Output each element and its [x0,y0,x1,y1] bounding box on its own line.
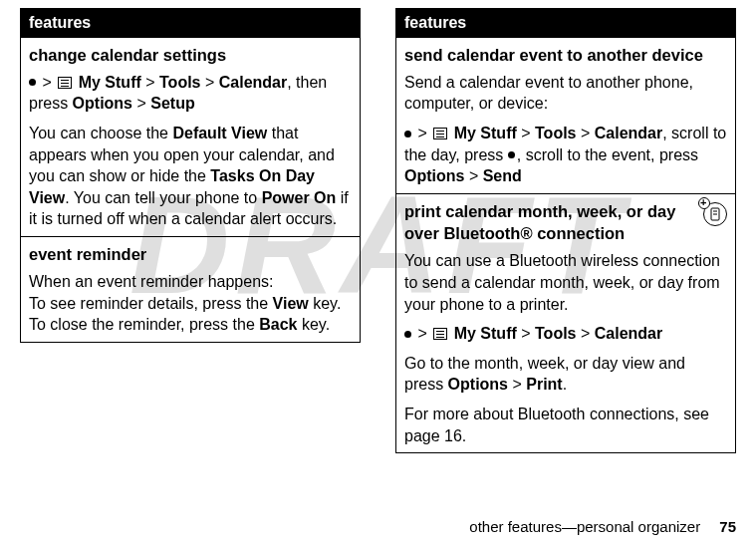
path-mystuff: My Stuff [454,125,517,141]
view-key: View [273,295,309,312]
right-table: features send calendar event to another … [395,8,736,453]
footer-text: other features—personal organizer [469,518,700,535]
options-label: Options [448,376,508,393]
path-options: Options [404,167,464,184]
path-tools: Tools [159,74,200,91]
default-view-label: Default View [172,125,267,141]
section-title: print calendar month, week, or day over … [404,200,727,245]
nav-path: > My Stuff > Tools > Calendar, then pres… [29,72,352,115]
table-row: event reminder When an event reminder ha… [21,237,361,343]
bluetooth-badge-icon [703,202,727,226]
intro: Send a calendar event to another phone, … [404,72,727,115]
intro: You can use a Bluetooth wireless connect… [404,250,727,315]
path-calendar: Calendar [595,125,662,141]
path-tools: Tools [535,125,576,141]
section-title: send calendar event to another device [404,44,727,66]
section-title: change calendar settings [29,44,352,66]
event-reminder-cell: event reminder When an event reminder ha… [21,237,361,343]
table-row: send calendar event to another device Se… [396,37,736,193]
right-column: features send calendar event to another … [395,8,736,453]
t: key. [297,316,330,333]
content-columns: features change calendar settings > My S… [0,0,756,453]
description: You can choose the Default View that app… [29,123,352,230]
nav-path: > My Stuff > Tools > Calendar, scroll to… [404,123,727,187]
nav-path: > My Stuff > Tools > Calendar [404,323,727,345]
left-column: features change calendar settings > My S… [20,8,361,453]
change-calendar-cell: change calendar settings > My Stuff > To… [21,37,361,236]
table-header-row: features [396,9,736,38]
path-send: Send [483,167,522,184]
t: , scroll to the event, press [517,146,698,163]
back-key: Back [259,316,297,333]
table-header: features [396,9,736,38]
table-row: print calendar month, week, or day over … [396,193,736,452]
reminder-line3: To close the reminder, press the Back ke… [29,314,352,336]
menu-icon [433,328,447,340]
left-table: features change calendar settings > My S… [20,8,361,343]
t: To close the reminder, press the [29,316,259,333]
center-key-icon [508,151,515,158]
menu-icon [433,128,447,139]
poweron-label: Power On [262,189,337,206]
t: key. [309,295,342,312]
center-key-icon [404,331,411,338]
t: You can choose the [29,125,172,141]
path-tools: Tools [535,325,576,342]
table-row: change calendar settings > My Stuff > To… [21,37,361,236]
path-calendar: Calendar [595,325,662,342]
path-mystuff: My Stuff [454,325,517,342]
table-header-row: features [21,9,361,38]
t: To see reminder details, press the [29,295,273,312]
more-info: For more about Bluetooth connections, se… [404,404,727,446]
center-key-icon [29,79,36,86]
center-key-icon [404,131,411,137]
table-header: features [21,9,361,38]
print-label: Print [526,376,562,393]
path-options: Options [73,95,132,112]
menu-icon [58,77,72,89]
send-event-cell: send calendar event to another device Se… [396,37,736,193]
path-mystuff: My Stuff [79,74,141,91]
path-setup: Setup [150,95,194,112]
reminder-line1: When an event reminder happens: [29,271,352,293]
page-number: 75 [719,518,736,535]
section-title: event reminder [29,243,352,265]
t: . You can tell your phone to [65,189,261,206]
page-footer: other features—personal organizer 75 [469,518,736,535]
reminder-line2: To see reminder details, press the View … [29,293,352,315]
desc: Go to the month, week, or day view and p… [404,353,727,396]
path-calendar: Calendar [219,74,287,91]
print-bluetooth-cell: print calendar month, week, or day over … [396,193,736,452]
